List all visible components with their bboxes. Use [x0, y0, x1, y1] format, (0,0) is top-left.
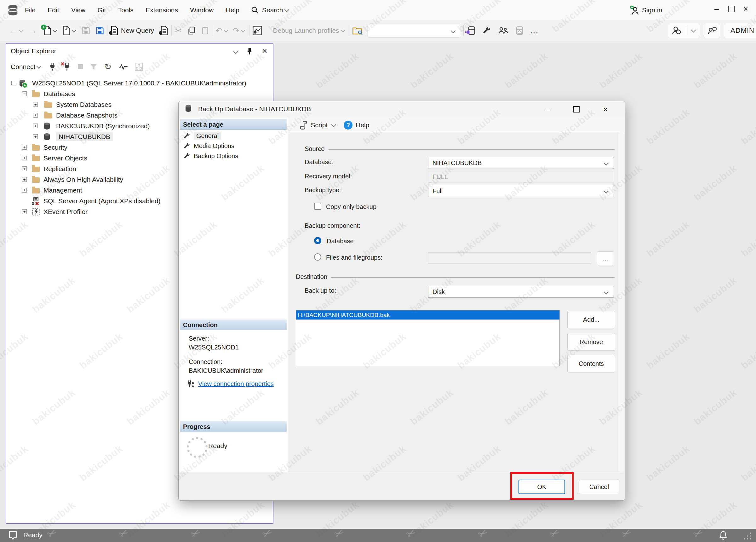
resize-grip[interactable]	[743, 532, 752, 540]
destination-legend: Destination	[296, 273, 327, 281]
open-query-icon[interactable]	[160, 26, 168, 35]
connection-properties-icon	[187, 380, 195, 388]
menu-items: File Edit View Git Tools Extensions Wind…	[20, 0, 245, 20]
help-button[interactable]: Help	[356, 121, 369, 129]
sign-in-button[interactable]: Sign in	[630, 0, 662, 20]
expand-icon[interactable]: +	[22, 209, 27, 214]
contents-button[interactable]: Contents	[567, 355, 615, 373]
wrench-icon	[184, 132, 191, 139]
vs-database-icon[interactable]	[467, 26, 476, 35]
chevron-down-icon[interactable]	[691, 27, 696, 32]
chevron-down-icon[interactable]	[53, 27, 58, 32]
backup-type-dropdown[interactable]: Full	[428, 185, 614, 197]
connect-button[interactable]: Connect	[11, 63, 35, 71]
chevron-down-icon[interactable]	[223, 27, 228, 32]
chevron-down-icon[interactable]	[72, 27, 77, 32]
view-connection-properties-link[interactable]: View connection properties	[198, 380, 274, 388]
chevron-down-icon[interactable]	[340, 27, 345, 32]
expand-icon[interactable]: +	[22, 177, 27, 182]
copy-only-checkbox[interactable]	[314, 202, 321, 210]
close-button[interactable]: ×	[738, 2, 753, 16]
folder-icon	[32, 188, 40, 193]
new-query-button[interactable]: New Query	[121, 27, 154, 34]
cancel-button[interactable]: Cancel	[579, 480, 619, 494]
users-icon[interactable]	[498, 26, 508, 35]
menu-file[interactable]: File	[20, 0, 41, 20]
database-radio[interactable]	[314, 237, 321, 244]
close-button[interactable]: ×	[598, 102, 613, 117]
collapse-icon[interactable]: −	[11, 81, 16, 85]
copy-icon[interactable]	[187, 26, 196, 35]
save-all-icon[interactable]	[96, 26, 104, 35]
maximize-button[interactable]	[724, 2, 738, 16]
menu-extensions[interactable]: Extensions	[140, 0, 183, 20]
expand-icon[interactable]: +	[22, 188, 27, 192]
expand-icon[interactable]: +	[33, 113, 38, 117]
bell-icon[interactable]	[719, 531, 728, 540]
expand-icon[interactable]: +	[33, 134, 38, 139]
dialog-content: Source Database: NIHATCUBUKDB Recovery m…	[288, 133, 625, 472]
tree-item-databases[interactable]: − Databases	[6, 88, 273, 99]
help-icon: ?	[344, 121, 352, 129]
navigate-forward-icon[interactable]: →	[29, 26, 37, 35]
window-position-icon[interactable]	[233, 49, 238, 54]
toolbar-combobox[interactable]	[368, 24, 460, 37]
search-box[interactable]: Search	[251, 0, 290, 20]
more-options-button[interactable]: …	[530, 27, 539, 34]
chevron-down-icon[interactable]	[37, 64, 42, 69]
chevron-down-icon[interactable]	[19, 27, 24, 32]
tree-item-label: Server Objects	[43, 154, 87, 163]
dialog-scrollbar[interactable]	[619, 133, 624, 472]
expand-icon[interactable]: +	[22, 166, 27, 171]
wrench-icon[interactable]	[483, 26, 491, 35]
menu-window[interactable]: Window	[185, 0, 219, 20]
debug-profiles-dropdown[interactable]: Debug Launch profiles	[273, 27, 339, 34]
remove-button[interactable]: Remove	[567, 333, 615, 351]
menu-git[interactable]: Git	[92, 0, 112, 20]
new-file-icon[interactable]: +	[43, 26, 51, 35]
menu-tools[interactable]: Tools	[113, 0, 139, 20]
add-button[interactable]: Add...	[567, 311, 615, 328]
page-item-label: Backup Options	[194, 152, 238, 160]
page-item-media-options[interactable]: Media Options	[179, 141, 288, 151]
files-filegroups-radio[interactable]	[314, 253, 321, 260]
maximize-button[interactable]	[569, 102, 584, 117]
expand-icon[interactable]: +	[22, 145, 27, 150]
profiler-icon[interactable]	[253, 26, 262, 35]
menu-edit[interactable]: Edit	[42, 0, 64, 20]
folder-search-icon[interactable]	[352, 26, 362, 35]
connect-icon[interactable]	[49, 63, 56, 71]
page-item-backup-options[interactable]: Backup Options	[179, 151, 288, 161]
open-file-icon[interactable]	[62, 26, 70, 35]
menu-view[interactable]: View	[66, 0, 91, 20]
list-item-selected[interactable]: H:\BACKUP\NIHATCUBUKDB.bak	[296, 311, 559, 320]
database-dropdown[interactable]: NIHATCUBUKDB	[428, 157, 614, 169]
backup-destinations-list[interactable]: H:\BACKUP\NIHATCUBUKDB.bak	[296, 310, 560, 366]
navigate-back-icon[interactable]: ←	[9, 26, 18, 35]
pin-icon[interactable]	[246, 47, 253, 55]
expand-icon[interactable]: +	[22, 156, 27, 160]
browse-button[interactable]: ...	[597, 251, 614, 265]
collapse-icon[interactable]: −	[22, 91, 27, 96]
expand-icon[interactable]: +	[33, 102, 38, 107]
user-feedback-icon[interactable]	[707, 26, 717, 35]
status-bar: Ready	[0, 529, 756, 542]
minimize-button[interactable]: –	[709, 2, 724, 16]
group-line	[329, 149, 615, 150]
user-group-icon[interactable]	[671, 26, 682, 35]
minimize-button[interactable]: –	[540, 102, 555, 117]
menu-help[interactable]: Help	[221, 0, 245, 20]
admin-button[interactable]: ADMIN	[724, 23, 756, 38]
tree-item-server[interactable]: − W25SQL25NOD1 (SQL Server 17.0.1000.7 -…	[6, 78, 273, 88]
refresh-icon[interactable]: ↻	[104, 62, 112, 72]
chevron-down-icon[interactable]	[241, 27, 246, 32]
close-icon[interactable]: ×	[262, 46, 267, 56]
activity-monitor-icon[interactable]	[118, 64, 128, 70]
disconnect-icon[interactable]: ✕	[63, 63, 71, 71]
server-value: W25SQL25NOD1	[189, 344, 239, 351]
page-item-general[interactable]: General	[179, 131, 288, 141]
chevron-down-icon[interactable]	[331, 122, 336, 127]
expand-icon[interactable]: +	[33, 123, 38, 128]
script-button[interactable]: Script	[311, 121, 328, 129]
back-up-to-dropdown[interactable]: Disk	[428, 286, 614, 298]
